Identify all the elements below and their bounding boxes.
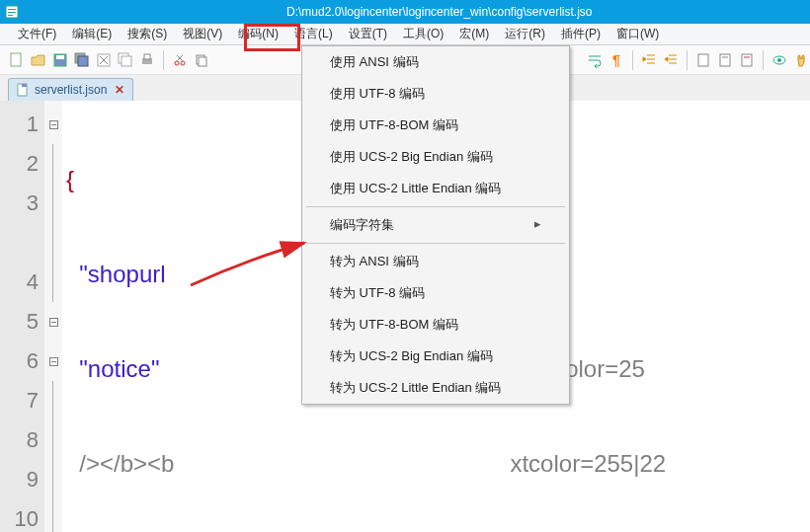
menu-tools[interactable]: 工具(O) bbox=[395, 23, 451, 45]
line-number: 1 bbox=[0, 105, 44, 144]
tab-close-icon[interactable]: ✕ bbox=[115, 83, 124, 97]
menu-search[interactable]: 搜索(S) bbox=[120, 23, 175, 45]
dd-to-ansi[interactable]: 转为 ANSI 编码 bbox=[302, 246, 569, 277]
code-token: "shopurl bbox=[79, 261, 165, 287]
menu-edit[interactable]: 编辑(E) bbox=[64, 23, 120, 45]
fold-box-icon[interactable] bbox=[49, 318, 58, 327]
tab-serverlist[interactable]: serverlist.json ✕ bbox=[8, 78, 133, 101]
closeall-icon[interactable] bbox=[117, 51, 134, 69]
menu-macro[interactable]: 宏(M) bbox=[451, 23, 497, 45]
tab-label: serverlist.json bbox=[35, 83, 107, 97]
line-number: 5 bbox=[0, 302, 44, 342]
svg-point-18 bbox=[181, 61, 185, 65]
dd-use-ansi[interactable]: 使用 ANSI 编码 bbox=[302, 46, 569, 78]
para-icon[interactable]: ¶ bbox=[608, 51, 625, 69]
dd-to-ucs2-le[interactable]: 转为 UCS-2 Little Endian 编码 bbox=[302, 372, 569, 404]
dd-to-utf8-bom[interactable]: 转为 UTF-8-BOM 编码 bbox=[302, 309, 569, 341]
menu-encoding[interactable]: 编码(N) bbox=[230, 23, 286, 45]
title-bar: D:\mud2.0\logincenter\logincenter_win\co… bbox=[0, 0, 810, 24]
svg-rect-3 bbox=[8, 15, 13, 16]
app-icon bbox=[4, 4, 20, 20]
line-number bbox=[0, 223, 44, 263]
dd-use-utf8[interactable]: 使用 UTF-8 编码 bbox=[302, 78, 569, 110]
doc1-icon[interactable] bbox=[694, 51, 712, 69]
dd-to-ucs2-be[interactable]: 转为 UCS-2 Big Endian 编码 bbox=[302, 341, 569, 372]
code-token: "notice" bbox=[79, 355, 159, 382]
menu-run[interactable]: 运行(R) bbox=[497, 23, 553, 45]
dd-separator bbox=[306, 206, 565, 207]
svg-point-17 bbox=[175, 61, 179, 65]
line-number: 9 bbox=[0, 460, 44, 499]
chevron-right-icon: ▸ bbox=[534, 216, 541, 234]
new-icon[interactable] bbox=[8, 51, 26, 69]
toolbar-sep bbox=[163, 50, 164, 70]
save-icon[interactable] bbox=[51, 51, 69, 69]
menu-file[interactable]: 文件(F) bbox=[10, 23, 64, 45]
title-path: D:\mud2.0\logincenter\logincenter_win\co… bbox=[286, 5, 593, 19]
menubar: 文件(F) 编辑(E) 搜索(S) 视图(V) 编码(N) 语言(L) 设置(T… bbox=[0, 24, 810, 45]
wrap-icon[interactable] bbox=[586, 51, 604, 69]
encoding-dropdown: 使用 ANSI 编码 使用 UTF-8 编码 使用 UTF-8-BOM 编码 使… bbox=[301, 45, 570, 405]
code-token: xtcolor=255|22 bbox=[510, 450, 666, 477]
fold-box-icon[interactable] bbox=[49, 120, 58, 129]
line-number: 8 bbox=[0, 420, 44, 460]
open-icon[interactable] bbox=[30, 51, 47, 69]
menu-language[interactable]: 语言(L) bbox=[286, 23, 341, 45]
dd-to-utf8[interactable]: 转为 UTF-8 编码 bbox=[302, 277, 569, 309]
svg-rect-1 bbox=[8, 9, 16, 10]
menu-view[interactable]: 视图(V) bbox=[175, 23, 230, 45]
line-number: 10 bbox=[0, 499, 44, 532]
hand-icon[interactable] bbox=[792, 51, 810, 69]
eye-icon[interactable] bbox=[770, 51, 788, 69]
svg-rect-16 bbox=[144, 54, 150, 59]
saveall-icon[interactable] bbox=[73, 51, 91, 69]
fold-box-icon[interactable] bbox=[49, 357, 58, 366]
print-icon[interactable] bbox=[138, 51, 156, 69]
svg-rect-24 bbox=[720, 54, 730, 66]
close-icon[interactable] bbox=[95, 51, 113, 69]
code-token: /></b><b bbox=[79, 450, 174, 477]
copy-icon[interactable] bbox=[193, 51, 210, 69]
svg-rect-26 bbox=[742, 54, 752, 66]
line-number-gutter: 1 2 3 4 5 6 7 8 9 10 bbox=[0, 101, 44, 532]
dd-use-ucs2-be[interactable]: 使用 UCS-2 Big Endian 编码 bbox=[302, 141, 569, 173]
dd-use-ucs2-le[interactable]: 使用 UCS-2 Little Endian 编码 bbox=[302, 173, 569, 204]
doc2-icon[interactable] bbox=[716, 51, 734, 69]
toolbar-sep-3 bbox=[687, 50, 688, 70]
dd-charset[interactable]: 编码字符集▸ bbox=[302, 209, 569, 241]
menu-settings[interactable]: 设置(T) bbox=[341, 23, 395, 45]
line-number: 3 bbox=[0, 184, 44, 223]
menu-plugins[interactable]: 插件(P) bbox=[553, 23, 608, 45]
indent-icon[interactable] bbox=[640, 51, 658, 69]
svg-point-29 bbox=[777, 58, 781, 62]
line-number: 2 bbox=[0, 144, 44, 184]
line-number: 6 bbox=[0, 342, 44, 381]
toolbar-sep-4 bbox=[763, 50, 764, 70]
menu-window[interactable]: 窗口(W) bbox=[608, 23, 667, 45]
file-icon bbox=[15, 82, 31, 98]
svg-rect-23 bbox=[698, 54, 708, 66]
line-number: 4 bbox=[0, 263, 44, 302]
svg-rect-22 bbox=[199, 57, 206, 66]
svg-rect-7 bbox=[56, 55, 64, 59]
code-token: { bbox=[66, 166, 74, 192]
cut-icon[interactable] bbox=[171, 51, 189, 69]
svg-rect-9 bbox=[78, 56, 88, 66]
line-number: 7 bbox=[0, 381, 44, 420]
doc3-icon[interactable] bbox=[738, 51, 756, 69]
svg-rect-2 bbox=[8, 12, 16, 13]
dd-separator bbox=[306, 243, 565, 244]
outdent-icon[interactable] bbox=[662, 51, 680, 69]
toolbar-sep-2 bbox=[632, 50, 633, 70]
fold-gutter bbox=[44, 101, 62, 532]
svg-rect-31 bbox=[22, 84, 27, 87]
dd-use-utf8-bom[interactable]: 使用 UTF-8-BOM 编码 bbox=[302, 110, 569, 141]
svg-rect-14 bbox=[122, 56, 131, 66]
